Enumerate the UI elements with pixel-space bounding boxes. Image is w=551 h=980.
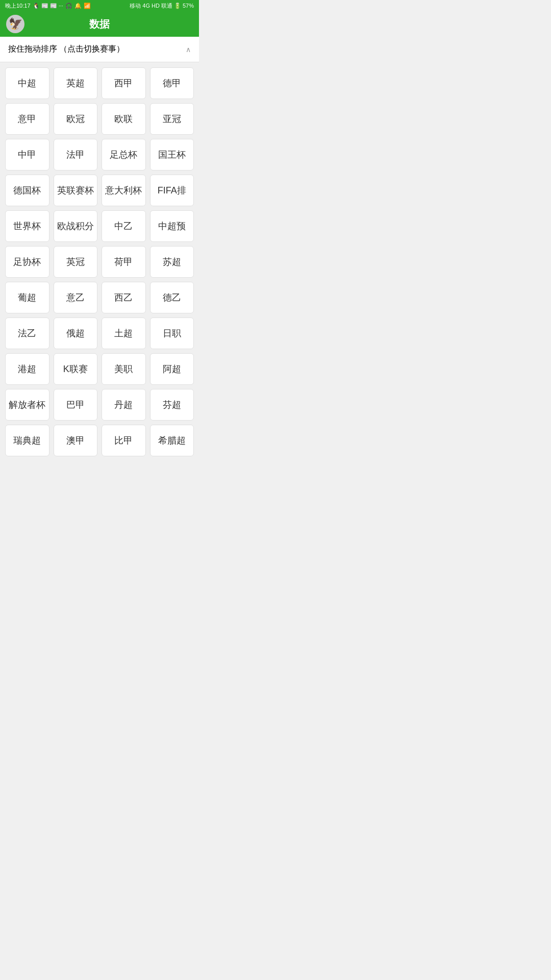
battery-label: 57% [183, 3, 194, 9]
league-item[interactable]: 荷甲 [102, 246, 146, 278]
league-item[interactable]: 巴甲 [54, 389, 98, 421]
league-item[interactable]: 欧战积分 [54, 210, 98, 242]
network-label: 移动 4G HD [130, 2, 160, 10]
avatar[interactable]: 🦅 [6, 15, 24, 33]
league-item[interactable]: 中超 [5, 67, 49, 99]
league-item[interactable]: 足总杯 [102, 139, 146, 170]
league-item[interactable]: 意大利杯 [102, 175, 146, 206]
league-item[interactable]: 英超 [54, 67, 98, 99]
league-item[interactable]: 土超 [102, 317, 146, 349]
headset-icon: 🎧 [65, 3, 72, 9]
league-item[interactable]: 亚冠 [150, 103, 194, 135]
league-item[interactable]: 中乙 [102, 210, 146, 242]
league-item[interactable]: 意甲 [5, 103, 49, 135]
bell-icon: 🔔 [74, 3, 82, 9]
league-item[interactable]: 解放者杯 [5, 389, 49, 421]
header: 🦅 数据 [0, 11, 199, 37]
status-time: 晚上10:17 [5, 2, 31, 10]
league-item[interactable]: 澳甲 [54, 425, 98, 456]
status-left: 晚上10:17 🐧 📰 📰 ··· 🎧 🔔 📶 [5, 2, 91, 10]
sort-bar-text: 按住拖动排序 （点击切换赛事） [8, 44, 124, 55]
leagues-grid: 中超英超西甲德甲意甲欧冠欧联亚冠中甲法甲足总杯国王杯德国杯英联赛杯意大利杯FIF… [5, 67, 194, 456]
league-item[interactable]: 苏超 [150, 246, 194, 278]
league-item[interactable]: 德乙 [150, 282, 194, 313]
league-item[interactable]: 芬超 [150, 389, 194, 421]
carrier-label: 联通 [161, 2, 172, 10]
league-item[interactable]: K联赛 [54, 353, 98, 385]
league-item[interactable]: 法乙 [5, 317, 49, 349]
battery-icon: 🔋 [174, 3, 181, 9]
league-item[interactable]: 足协杯 [5, 246, 49, 278]
status-icons: 🐧 📰 📰 ··· [33, 3, 63, 9]
league-item[interactable]: 国王杯 [150, 139, 194, 170]
wifi-icon: 📶 [84, 3, 91, 9]
league-item[interactable]: 阿超 [150, 353, 194, 385]
league-item[interactable]: 中甲 [5, 139, 49, 170]
sort-sub-text: （点击切换赛事） [59, 44, 124, 53]
league-item[interactable]: 世界杯 [5, 210, 49, 242]
sort-bar[interactable]: 按住拖动排序 （点击切换赛事） ∧ [0, 37, 199, 62]
league-item[interactable]: 欧冠 [54, 103, 98, 135]
league-item[interactable]: 希腊超 [150, 425, 194, 456]
league-item[interactable]: 德甲 [150, 67, 194, 99]
league-item[interactable]: 日职 [150, 317, 194, 349]
leagues-grid-container: 中超英超西甲德甲意甲欧冠欧联亚冠中甲法甲足总杯国王杯德国杯英联赛杯意大利杯FIF… [0, 62, 199, 461]
league-item[interactable]: 港超 [5, 353, 49, 385]
league-item[interactable]: 德国杯 [5, 175, 49, 206]
league-item[interactable]: 西甲 [102, 67, 146, 99]
league-item[interactable]: 俄超 [54, 317, 98, 349]
league-item[interactable]: 英联赛杯 [54, 175, 98, 206]
league-item[interactable]: 英冠 [54, 246, 98, 278]
league-item[interactable]: 法甲 [54, 139, 98, 170]
header-title: 数据 [89, 17, 110, 31]
league-item[interactable]: FIFA排 [150, 175, 194, 206]
league-item[interactable]: 西乙 [102, 282, 146, 313]
sort-main-text: 按住拖动排序 [8, 44, 57, 53]
league-item[interactable]: 中超预 [150, 210, 194, 242]
league-item[interactable]: 瑞典超 [5, 425, 49, 456]
league-item[interactable]: 欧联 [102, 103, 146, 135]
league-item[interactable]: 意乙 [54, 282, 98, 313]
status-bar: 晚上10:17 🐧 📰 📰 ··· 🎧 🔔 📶 移动 4G HD 联通 🔋 57… [0, 0, 199, 11]
league-item[interactable]: 比甲 [102, 425, 146, 456]
chevron-up-icon: ∧ [186, 45, 191, 54]
league-item[interactable]: 美职 [102, 353, 146, 385]
league-item[interactable]: 葡超 [5, 282, 49, 313]
status-right: 移动 4G HD 联通 🔋 57% [130, 2, 194, 10]
league-item[interactable]: 丹超 [102, 389, 146, 421]
